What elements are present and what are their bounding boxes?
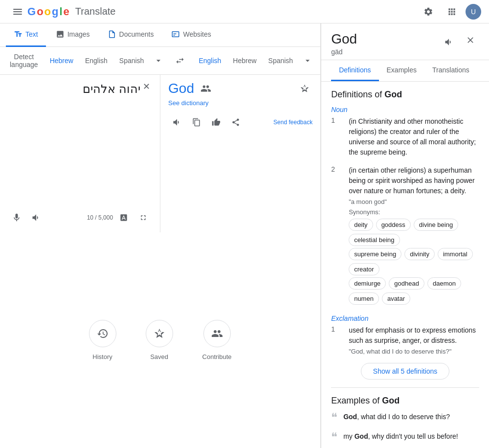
community-translations-button[interactable] [198,81,214,96]
saved-action[interactable]: Saved [146,320,173,360]
swap-languages-button[interactable] [171,52,189,69]
lang-english-target[interactable]: English [193,53,227,68]
feedback-button[interactable] [207,113,225,131]
synonyms-label: Synonyms: [349,208,479,216]
app-header: G o o g l e Translate U [0,0,489,23]
target-lang-more-button[interactable] [299,52,316,69]
swap-icon [175,56,185,66]
tab-examples[interactable]: Examples [379,60,424,81]
contribute-action[interactable]: Contribute [202,320,232,360]
tab-definitions[interactable]: Definitions [331,60,378,81]
target-lang-row: English Hebrew Spanish [193,52,316,69]
save-translation-button[interactable] [297,81,312,96]
thumbs-up-icon [212,118,221,127]
history-circle [89,320,116,347]
apps-icon [447,7,457,17]
synonyms-row: Synonyms: deity goddess divine being cel… [349,208,479,305]
svg-rect-2 [13,14,22,15]
synonym-numen[interactable]: numen [349,292,379,305]
image-icon [56,30,65,39]
synonym-godhead[interactable]: godhead [389,277,424,290]
synonym-creator[interactable]: creator [349,263,379,275]
lang-spanish-target[interactable]: Spanish [263,53,299,68]
def-text-1: (in Christianity and other monotheistic … [349,116,479,157]
synonym-immortal[interactable]: immortal [438,248,473,260]
settings-button[interactable] [419,2,438,22]
synonym-avatar[interactable]: avatar [382,292,410,305]
example-2: ❝ my God, why didn't you tell us before! [331,431,479,443]
star-icon [300,84,310,93]
lang-hebrew-target[interactable]: Hebrew [227,53,262,68]
clear-input-button[interactable]: ✕ [140,81,152,92]
history-action[interactable]: History [89,320,116,360]
mic-button[interactable] [8,209,25,226]
synonym-divinity[interactable]: divinity [404,248,435,260]
exclamation-def-1: 1 used for emphasis or to express emotio… [331,325,479,355]
apps-button[interactable] [442,2,462,22]
mic-icon [12,213,22,223]
lang-spanish-source[interactable]: Spanish [113,53,150,68]
copy-icon [192,118,201,127]
volume-dict-icon [444,37,454,47]
close-dictionary-button[interactable] [462,31,479,49]
tab-documents[interactable]: Documents [100,23,162,47]
def-text-2: (in certain other religions) a superhuma… [349,165,479,196]
see-dictionary-link[interactable]: See dictionary [168,99,312,107]
people-icon [200,83,211,94]
synonym-supreme-being[interactable]: supreme being [349,248,401,260]
avatar[interactable]: U [466,4,481,20]
font-icon [120,214,128,222]
website-icon [171,30,180,39]
synonym-goddess[interactable]: goddess [376,219,411,231]
dictionary-word: God [331,31,436,47]
tab-translations[interactable]: Translations [424,60,477,81]
menu-button[interactable] [8,2,27,22]
synonym-daemon[interactable]: daemon [427,277,461,290]
copy-translation-button[interactable] [188,113,205,131]
source-panel: יהוה אלהים ✕ 10 / 5,000 [0,75,160,232]
quote-mark-1: ❝ [331,412,337,424]
target-actions: Send feedback [168,113,312,131]
send-feedback-link[interactable]: Send feedback [273,119,312,126]
text-icon [14,30,22,39]
show-all-definitions-button[interactable]: Show all 5 definitions [361,363,450,380]
svg-rect-1 [13,11,22,12]
speaker-button[interactable] [27,209,45,226]
menu-icon [13,9,22,15]
main-layout: Text Images Documents Websites Detect la… [0,23,489,448]
tab-text[interactable]: Text [6,23,46,47]
pos-exclamation: Exclamation [331,314,479,322]
font-options-button[interactable] [115,209,133,226]
chevron-down-icon [154,56,163,66]
history-icon [97,328,109,339]
source-input-row: יהוה אלהים ✕ [8,81,152,97]
tab-websites[interactable]: Websites [163,23,219,47]
lang-hebrew-source[interactable]: Hebrew [44,53,79,68]
synonym-divine-being[interactable]: divine being [414,219,458,231]
def-num-2: 2 [331,165,341,307]
expand-button[interactable] [134,209,152,226]
synonym-deity[interactable]: deity [349,219,373,231]
dictionary-audio-button[interactable] [440,33,458,51]
target-word-row: God [168,81,312,96]
synonym-demiurge[interactable]: demiurge [349,277,386,290]
center-actions: History Saved Contribute [0,232,320,448]
dictionary-word-block: God gäd [331,31,436,56]
synonym-celestial-being[interactable]: celestial being [349,234,400,246]
target-audio-button[interactable] [168,113,186,131]
lang-english-source[interactable]: English [79,53,113,68]
svg-rect-0 [13,9,22,10]
tab-images[interactable]: Images [48,23,98,47]
example-1: ❝ God, what did I do to deserve this? [331,412,479,424]
document-icon [108,30,116,39]
share-button[interactable] [227,113,244,131]
def-example-2: "a moon god" [349,198,479,205]
lang-detect[interactable]: Detect language [4,49,44,72]
dictionary-pronunciation: gäd [331,48,436,56]
star-saved-icon [154,328,165,339]
left-panel: Text Images Documents Websites Detect la… [0,23,321,448]
definition-2: 2 (in certain other religions) a superhu… [331,165,479,307]
dictionary-content: Definitions of God Noun 1 (in Christiani… [321,82,489,448]
source-lang-more-button[interactable] [150,52,167,69]
dictionary-tabs: Definitions Examples Translations [321,60,489,82]
